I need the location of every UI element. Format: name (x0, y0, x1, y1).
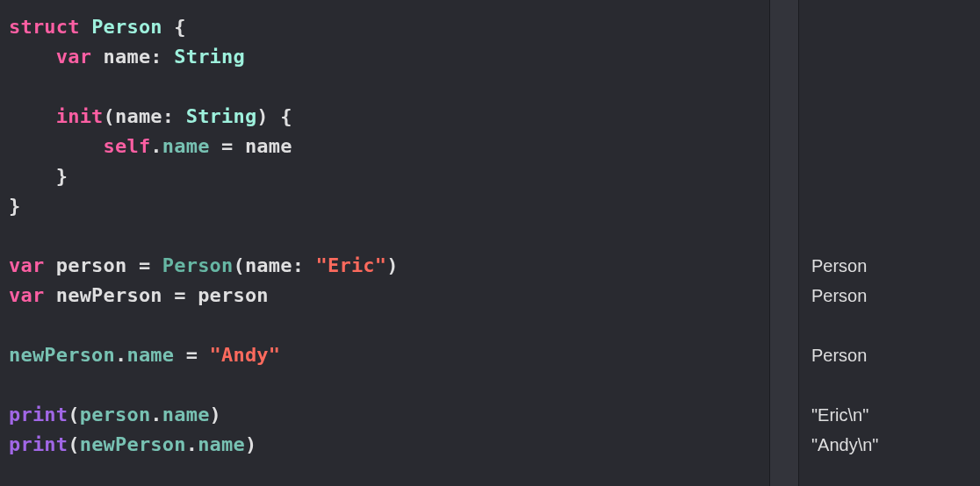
code-line (9, 311, 760, 340)
result-value[interactable]: "Eric\n" (811, 400, 968, 430)
code-line: newPerson.name = "Andy" (9, 340, 760, 370)
result-value[interactable]: Person (811, 340, 968, 370)
result-line (811, 102, 968, 132)
result-line (811, 370, 968, 400)
code-line: var name: String (9, 42, 760, 72)
code-editor[interactable]: struct Person { var name: String init(na… (0, 0, 769, 486)
code-line: self.name = name (9, 132, 760, 161)
playground-container: struct Person { var name: String init(na… (0, 0, 980, 486)
result-value[interactable]: Person (811, 281, 968, 311)
code-line (9, 72, 760, 102)
code-line: struct Person { (9, 12, 760, 42)
code-line: print(person.name) (9, 400, 760, 430)
result-line (811, 221, 968, 251)
result-line (811, 12, 968, 42)
results-sidebar[interactable]: PersonPersonPerson"Eric\n""Andy\n" (799, 0, 980, 486)
keyword-init: init (56, 105, 104, 127)
fn-print: print (9, 433, 68, 455)
results-gutter (769, 0, 799, 486)
result-line (811, 311, 968, 340)
code-line (9, 221, 760, 251)
string-literal: "Andy" (210, 344, 281, 366)
fn-print: print (9, 404, 68, 425)
result-line (811, 132, 968, 161)
result-value[interactable]: Person (811, 251, 968, 281)
result-line (811, 42, 968, 72)
keyword-struct: struct (9, 16, 80, 38)
code-line (9, 370, 760, 400)
result-value[interactable]: "Andy\n" (811, 430, 968, 460)
keyword-var: var (56, 46, 91, 68)
keyword-self: self (104, 135, 151, 157)
code-line: print(newPerson.name) (9, 430, 760, 460)
code-line: init(name: String) { (9, 102, 760, 132)
code-line: var newPerson = person (9, 281, 760, 311)
code-line: } (9, 191, 760, 221)
code-line: } (9, 161, 760, 191)
type-person: Person (91, 16, 162, 38)
result-line (811, 191, 968, 221)
result-line (811, 72, 968, 102)
type-string: String (174, 46, 245, 68)
string-literal: "Eric" (316, 254, 387, 276)
result-line (811, 161, 968, 191)
code-line: var person = Person(name: "Eric") (9, 251, 760, 281)
ctor-person: Person (162, 254, 234, 276)
